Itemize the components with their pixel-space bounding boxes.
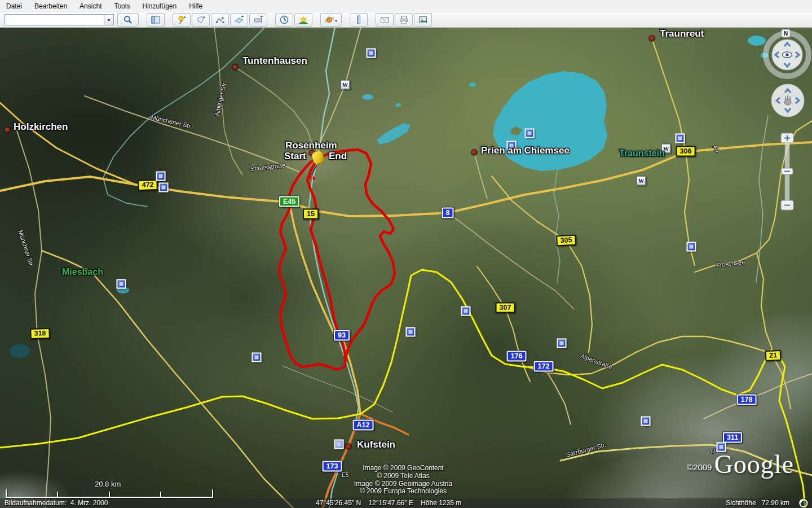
road-badge-8: 8	[442, 208, 454, 218]
google-earth-window: DateiBearbeitenAnsichtToolsHinzufügenHil…	[0, 0, 812, 508]
image-icon	[418, 15, 428, 25]
saturn-planet-icon	[324, 15, 338, 25]
path-add-icon: +	[215, 15, 225, 25]
hand-icon	[784, 95, 791, 105]
search-button[interactable]	[117, 13, 139, 27]
ruler-button[interactable]	[350, 13, 368, 27]
road-badge-a12: A12	[353, 420, 374, 431]
copyright-line: © 2009 Tele Atlas	[316, 472, 491, 480]
photo-marker[interactable]	[156, 172, 166, 181]
add-path-button[interactable]: +	[211, 13, 229, 27]
menu-datei[interactable]: Datei	[0, 0, 28, 12]
muenchener-road	[85, 96, 299, 172]
wikipedia-marker[interactable]: W	[341, 80, 350, 90]
google-logo: Google	[714, 452, 793, 478]
photo-marker[interactable]	[367, 49, 376, 58]
search-combobox[interactable]: ▼	[5, 14, 114, 25]
pushpin-needle	[311, 165, 317, 175]
road-badge-176: 176	[507, 351, 527, 362]
eye-altitude: Sichthöhe 72.90 km	[726, 499, 789, 507]
simssee	[377, 123, 411, 144]
sunlight-button[interactable]	[294, 13, 312, 27]
add-image-overlay-button[interactable]: +	[230, 13, 248, 27]
b305-road	[492, 176, 592, 352]
menu-hilfe[interactable]: Hilfe	[183, 0, 209, 12]
svg-text:+: +	[261, 15, 263, 19]
print-button[interactable]	[395, 13, 413, 27]
a93-road	[289, 202, 360, 414]
combo-dropdown-arrow-icon[interactable]: ▼	[104, 15, 113, 25]
scale-label: 20.8 km	[95, 480, 121, 488]
menu-tools[interactable]: Tools	[108, 0, 136, 12]
svg-text:+: +	[222, 20, 225, 25]
photo-marker[interactable]	[159, 183, 169, 192]
road-badge-306: 306	[676, 146, 696, 157]
map-label-miesbach: Miesbach	[62, 267, 103, 277]
map-label-traunstein: Traunstein	[619, 148, 665, 159]
north-label: N	[784, 30, 788, 37]
add-polygon-button[interactable]: +	[192, 13, 210, 27]
b307-road	[477, 266, 530, 382]
lake	[10, 344, 30, 358]
email-button[interactable]	[376, 13, 394, 27]
sidebar-panel-icon	[151, 15, 161, 25]
photo-marker[interactable]	[676, 134, 685, 143]
chiemsee-link-road	[448, 213, 574, 309]
imagery-date: Bildaufnahmedatum: 4. Mrz. 2000	[5, 499, 108, 507]
prien-road	[474, 152, 487, 199]
printer-icon	[399, 15, 409, 25]
map-view[interactable]: N 20.8 km	[0, 27, 812, 508]
road-badge-93: 93	[334, 330, 350, 341]
map-copyright: Image © 2009 GeoContent © 2009 Tele Atla…	[316, 465, 491, 496]
place-dot-tuntenhausen	[232, 64, 239, 71]
status-bar: Bildaufnahmedatum: 4. Mrz. 2000 47°45'26…	[0, 498, 812, 508]
b21-road	[757, 253, 791, 409]
scale-tick	[6, 489, 7, 497]
kufstein-marker[interactable]	[334, 440, 344, 449]
photo-marker[interactable]	[687, 242, 696, 252]
camcorder-add-icon: +	[253, 15, 263, 25]
svg-text:+: +	[183, 15, 186, 20]
photo-marker[interactable]	[406, 327, 416, 337]
planets-button[interactable]	[320, 13, 342, 27]
clock-icon	[279, 15, 289, 25]
road-badge-305: 305	[556, 235, 576, 247]
photo-marker[interactable]	[641, 417, 651, 426]
place-dot-traunreut	[649, 36, 655, 42]
road-badge-311: 311	[723, 432, 742, 443]
navigation-controls[interactable]: N	[760, 27, 812, 219]
map-label-end[interactable]: End	[329, 151, 347, 162]
save-image-button[interactable]	[414, 13, 432, 27]
menu-bearbeiten[interactable]: Bearbeiten	[28, 0, 73, 12]
search-input[interactable]	[5, 15, 104, 25]
road-badge-318: 318	[30, 328, 50, 339]
photo-marker[interactable]	[461, 306, 471, 316]
photo-marker[interactable]	[557, 339, 567, 348]
svg-text:+: +	[241, 15, 244, 19]
brand-copyright: ©2009	[687, 462, 712, 472]
google-brand: ©2009 Google	[687, 452, 794, 478]
record-tour-button[interactable]: +	[249, 13, 267, 27]
image-overlay-add-icon: +	[234, 15, 244, 25]
sidebar-toggle-button[interactable]	[147, 13, 165, 27]
menu-hinzuf-gen[interactable]: Hinzufügen	[136, 0, 183, 12]
lake	[362, 94, 373, 100]
map-label-start[interactable]: Start	[284, 151, 306, 162]
placemark-pushpin[interactable]	[304, 148, 329, 182]
wikipedia-marker[interactable]: W	[637, 176, 646, 186]
photo-marker[interactable]	[117, 279, 126, 289]
place-dot-kufstein	[346, 444, 352, 450]
menu-ansicht[interactable]: Ansicht	[73, 0, 108, 12]
kufstein-boundary	[282, 366, 392, 412]
photo-marker[interactable]	[252, 353, 262, 362]
scale-tick	[160, 492, 161, 497]
photo-marker[interactable]	[525, 129, 535, 138]
copyright-line: © 2009 Europa Technologies	[316, 488, 491, 496]
pushpin-head	[311, 150, 325, 165]
historical-imagery-button[interactable]	[275, 13, 293, 27]
map-label-tuntenhausen: Tuntenhausen	[242, 55, 307, 67]
add-placemark-button[interactable]: +	[173, 13, 191, 27]
scale-tick	[57, 492, 58, 497]
road-badge-472: 472	[138, 179, 158, 191]
track-drip-mark	[309, 176, 311, 179]
